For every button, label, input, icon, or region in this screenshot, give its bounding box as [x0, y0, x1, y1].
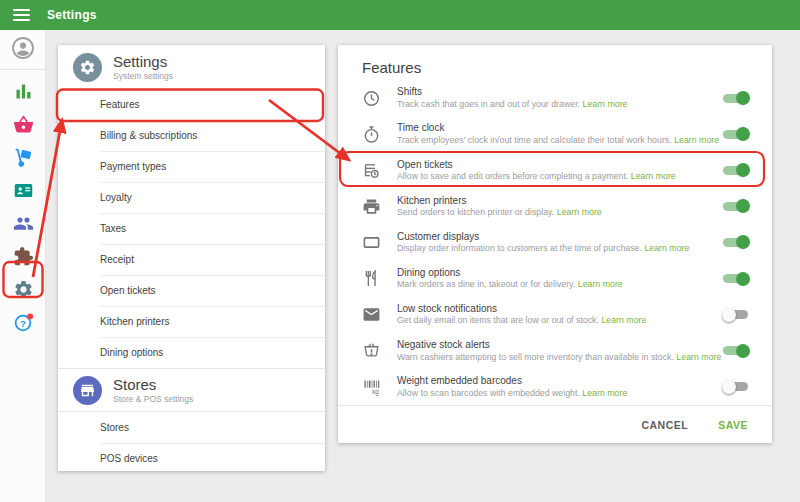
sidebar-item-customers[interactable]: [0, 211, 46, 235]
menu-item-divider: [100, 306, 325, 307]
printer-icon: [362, 197, 381, 216]
learn-more-link[interactable]: Learn more: [582, 388, 627, 398]
section-header-stores: StoresStore & POS settings: [58, 369, 325, 411]
menu-item-label: Kitchen printers: [100, 316, 169, 327]
hamburger-menu-icon[interactable]: [13, 9, 30, 21]
feature-description: Mark orders as dine in, takeout or for d…: [397, 279, 712, 291]
sidebar-item-apps[interactable]: [0, 244, 46, 268]
sidebar-item-employees[interactable]: [0, 178, 46, 202]
account-icon: [11, 36, 35, 60]
section-subtitle: Store & POS settings: [113, 394, 193, 404]
section-header-settings: SettingsSystem settings: [58, 45, 325, 89]
feature-description: Send orders to kitchen printer or displa…: [397, 207, 712, 219]
gear-circle-icon: [73, 53, 102, 82]
menu-item-features[interactable]: Features: [58, 89, 325, 120]
feature-description: Display order information to customers a…: [397, 243, 712, 255]
sidebar-divider: [0, 69, 46, 70]
toggle-shifts[interactable]: [722, 91, 750, 105]
feature-description: Track employees' clock in/out time and c…: [397, 135, 712, 147]
learn-more-link[interactable]: Learn more: [578, 279, 623, 289]
toggle-kitchen-printers[interactable]: [722, 199, 750, 213]
menu-item-dining-options[interactable]: Dining options: [58, 337, 325, 368]
feature-row-text: Negative stock alertsWarn cashiers attem…: [397, 338, 712, 363]
features-footer: CANCEL SAVE: [338, 405, 772, 443]
barcode-kg-icon: kg: [362, 377, 381, 396]
left-icon-sidebar: ?: [0, 30, 46, 502]
menu-item-divider: [100, 443, 325, 444]
sidebar-item-help[interactable]: ?: [0, 310, 46, 334]
sidebar-item-account[interactable]: [0, 36, 46, 60]
toggle-knob: [736, 199, 750, 213]
sidebar-item-settings[interactable]: [0, 277, 46, 301]
menu-item-divider: [100, 275, 325, 276]
learn-more-link[interactable]: Learn more: [674, 135, 719, 145]
toggle-knob: [736, 344, 750, 358]
toggle-time-clock[interactable]: [722, 127, 750, 141]
sidebar-item-items[interactable]: [0, 112, 46, 136]
feature-description: Get daily email on items that are low or…: [397, 315, 712, 327]
open-ticket-icon: [362, 161, 381, 180]
menu-item-label: Dining options: [100, 347, 163, 358]
menu-item-payment-types[interactable]: Payment types: [58, 151, 325, 182]
toggle-open-tickets[interactable]: [722, 163, 750, 177]
feature-title: Low stock notifications: [397, 302, 712, 316]
section-subtitle: System settings: [113, 71, 173, 81]
menu-item-label: Open tickets: [100, 285, 156, 296]
toggle-customer-displays[interactable]: [722, 235, 750, 249]
feature-row-text: Time clockTrack employees' clock in/out …: [397, 121, 712, 146]
gear-icon: [13, 279, 34, 300]
settings-menu-panel: SettingsSystem settingsFeaturesBilling &…: [58, 45, 325, 471]
toggle-knob: [736, 235, 750, 249]
menu-item-kitchen-printers[interactable]: Kitchen printers: [58, 306, 325, 337]
features-list: ShiftsTrack cash that goes in and out of…: [338, 80, 772, 405]
learn-more-link[interactable]: Learn more: [557, 207, 602, 217]
menu-item-pos-devices[interactable]: POS devices: [58, 443, 325, 474]
feature-description: Allow to save and edit orders before com…: [397, 171, 712, 183]
toggle-knob: [736, 127, 750, 141]
toggle-negative-stock-alerts[interactable]: [722, 344, 750, 358]
svg-text:kg: kg: [372, 388, 379, 396]
toggle-knob: [736, 91, 750, 105]
menu-item-loyalty[interactable]: Loyalty: [58, 182, 325, 213]
display-icon: [362, 233, 381, 252]
feature-row-text: Weight embedded barcodesAllow to scan ba…: [397, 374, 712, 399]
learn-more-link[interactable]: Learn more: [601, 315, 646, 325]
feature-row-text: Dining optionsMark orders as dine in, ta…: [397, 266, 712, 291]
feature-row-kitchen-printers: Kitchen printersSend orders to kitchen p…: [362, 188, 750, 224]
features-panel: Features ShiftsTrack cash that goes in a…: [338, 45, 772, 443]
toggle-dining-options[interactable]: [722, 272, 750, 286]
toggle-weight-embedded-barcodes[interactable]: [722, 380, 750, 394]
menu-item-taxes[interactable]: Taxes: [58, 213, 325, 244]
badge-icon: [13, 180, 34, 201]
toggle-low-stock-notifications[interactable]: [722, 308, 750, 322]
menu-item-open-tickets[interactable]: Open tickets: [58, 275, 325, 306]
menu-item-receipt[interactable]: Receipt: [58, 244, 325, 275]
toggle-knob: [722, 380, 736, 394]
menu-item-billing-subscriptions[interactable]: Billing & subscriptions: [58, 120, 325, 151]
feature-description: Allow to scan barcodes with embedded wei…: [397, 388, 712, 400]
sidebar-item-inventory[interactable]: [0, 145, 46, 169]
section-title: Stores: [113, 376, 193, 393]
store-circle-icon: [73, 376, 102, 405]
toggle-knob: [736, 163, 750, 177]
menu-item-stores[interactable]: Stores: [58, 412, 325, 443]
learn-more-link[interactable]: Learn more: [644, 243, 689, 253]
learn-more-link[interactable]: Learn more: [676, 352, 721, 362]
sidebar-item-reports[interactable]: [0, 79, 46, 103]
menu-item-label: Billing & subscriptions: [100, 130, 197, 141]
cancel-button[interactable]: CANCEL: [641, 419, 688, 431]
feature-row-text: Low stock notificationsGet daily email o…: [397, 302, 712, 327]
feature-title: Kitchen printers: [397, 194, 712, 208]
feature-row-negative-stock-alerts: Negative stock alertsWarn cashiers attem…: [362, 333, 750, 369]
feature-row-open-tickets: Open ticketsAllow to save and edit order…: [362, 152, 750, 188]
feature-description: Track cash that goes in and out of your …: [397, 99, 712, 111]
learn-more-link[interactable]: Learn more: [631, 171, 676, 181]
save-button[interactable]: SAVE: [718, 419, 748, 431]
utensils-icon: [362, 269, 381, 288]
menu-item-label: POS devices: [100, 453, 158, 464]
toggle-knob: [722, 308, 736, 322]
learn-more-link[interactable]: Learn more: [583, 99, 628, 109]
menu-item-label: Features: [100, 99, 139, 110]
menu-item-divider: [100, 337, 325, 338]
hand-truck-icon: [13, 147, 34, 168]
